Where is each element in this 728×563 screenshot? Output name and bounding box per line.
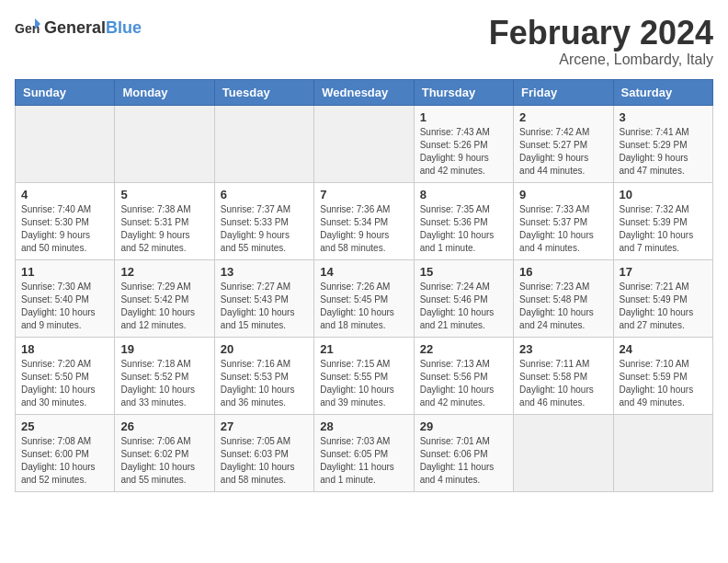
calendar-cell — [314, 105, 414, 182]
calendar-week-row: 25Sunrise: 7:08 AMSunset: 6:00 PMDayligh… — [16, 414, 713, 491]
day-info: Sunrise: 7:20 AMSunset: 5:50 PMDaylight:… — [21, 358, 108, 409]
weekday-header-monday: Monday — [115, 79, 214, 105]
weekday-header-sunday: Sunday — [16, 79, 115, 105]
day-number: 22 — [420, 342, 507, 356]
day-info: Sunrise: 7:10 AMSunset: 5:59 PMDaylight:… — [620, 358, 707, 409]
day-info: Sunrise: 7:01 AMSunset: 6:06 PMDaylight:… — [420, 435, 507, 487]
calendar-cell: 3Sunrise: 7:41 AMSunset: 5:29 PMDaylight… — [613, 105, 712, 182]
calendar-cell: 22Sunrise: 7:13 AMSunset: 5:56 PMDayligh… — [414, 337, 513, 414]
day-info: Sunrise: 7:41 AMSunset: 5:29 PMDaylight:… — [620, 126, 707, 178]
calendar-cell: 9Sunrise: 7:33 AMSunset: 5:37 PMDaylight… — [514, 182, 613, 259]
day-number: 10 — [620, 188, 707, 201]
calendar-cell — [613, 414, 712, 491]
day-info: Sunrise: 7:18 AMSunset: 5:52 PMDaylight:… — [120, 358, 208, 409]
day-info: Sunrise: 7:27 AMSunset: 5:43 PMDaylight:… — [221, 281, 308, 332]
calendar-cell — [16, 105, 115, 182]
calendar-cell: 18Sunrise: 7:20 AMSunset: 5:50 PMDayligh… — [16, 337, 115, 414]
day-info: Sunrise: 7:37 AMSunset: 5:33 PMDaylight:… — [221, 203, 308, 255]
logo: Gene GeneralBlue — [15, 15, 142, 40]
weekday-header-thursday: Thursday — [414, 79, 513, 105]
weekday-header-wednesday: Wednesday — [314, 79, 414, 105]
day-info: Sunrise: 7:43 AMSunset: 5:26 PMDaylight:… — [420, 126, 507, 178]
title-area: February 2024 Arcene, Lombardy, Italy — [489, 15, 713, 68]
day-number: 26 — [120, 419, 208, 433]
calendar-cell — [514, 414, 613, 491]
day-info: Sunrise: 7:35 AMSunset: 5:36 PMDaylight:… — [420, 203, 507, 255]
calendar-week-row: 4Sunrise: 7:40 AMSunset: 5:30 PMDaylight… — [16, 182, 713, 259]
calendar-cell: 10Sunrise: 7:32 AMSunset: 5:39 PMDayligh… — [613, 182, 712, 259]
logo-icon: Gene — [15, 15, 40, 40]
calendar-cell: 24Sunrise: 7:10 AMSunset: 5:59 PMDayligh… — [613, 337, 712, 414]
day-number: 17 — [620, 265, 707, 279]
weekday-header-row: SundayMondayTuesdayWednesdayThursdayFrid… — [16, 79, 713, 105]
day-number: 29 — [420, 419, 507, 433]
calendar-cell: 26Sunrise: 7:06 AMSunset: 6:02 PMDayligh… — [115, 414, 214, 491]
calendar-cell: 5Sunrise: 7:38 AMSunset: 5:31 PMDaylight… — [115, 182, 214, 259]
calendar-cell: 4Sunrise: 7:40 AMSunset: 5:30 PMDaylight… — [16, 182, 115, 259]
day-number: 2 — [519, 110, 607, 124]
weekday-header-tuesday: Tuesday — [214, 79, 313, 105]
day-info: Sunrise: 7:33 AMSunset: 5:37 PMDaylight:… — [519, 203, 607, 255]
calendar-cell: 25Sunrise: 7:08 AMSunset: 6:00 PMDayligh… — [16, 414, 115, 491]
page-header: Gene GeneralBlue February 2024 Arcene, L… — [15, 15, 713, 68]
day-number: 3 — [620, 110, 707, 124]
day-number: 4 — [21, 188, 108, 201]
day-number: 1 — [420, 110, 507, 124]
calendar-body: 1Sunrise: 7:43 AMSunset: 5:26 PMDaylight… — [16, 105, 713, 491]
day-number: 6 — [221, 188, 308, 201]
calendar-cell: 17Sunrise: 7:21 AMSunset: 5:49 PMDayligh… — [613, 259, 712, 337]
calendar-week-row: 18Sunrise: 7:20 AMSunset: 5:50 PMDayligh… — [16, 337, 713, 414]
calendar-cell: 11Sunrise: 7:30 AMSunset: 5:40 PMDayligh… — [16, 259, 115, 337]
calendar-cell: 13Sunrise: 7:27 AMSunset: 5:43 PMDayligh… — [214, 259, 313, 337]
calendar-cell: 14Sunrise: 7:26 AMSunset: 5:45 PMDayligh… — [314, 259, 414, 337]
day-info: Sunrise: 7:05 AMSunset: 6:03 PMDaylight:… — [221, 435, 308, 487]
logo-text-general: General — [44, 18, 106, 37]
day-number: 21 — [320, 342, 407, 356]
calendar-cell: 1Sunrise: 7:43 AMSunset: 5:26 PMDaylight… — [414, 105, 513, 182]
calendar-cell: 16Sunrise: 7:23 AMSunset: 5:48 PMDayligh… — [514, 259, 613, 337]
day-number: 28 — [320, 419, 407, 433]
day-number: 23 — [519, 342, 607, 356]
calendar-header: SundayMondayTuesdayWednesdayThursdayFrid… — [16, 79, 713, 105]
day-info: Sunrise: 7:40 AMSunset: 5:30 PMDaylight:… — [21, 203, 108, 255]
day-number: 13 — [221, 265, 308, 279]
day-number: 11 — [21, 265, 108, 279]
day-number: 16 — [519, 265, 607, 279]
calendar-cell: 27Sunrise: 7:05 AMSunset: 6:03 PMDayligh… — [214, 414, 313, 491]
calendar-cell: 8Sunrise: 7:35 AMSunset: 5:36 PMDaylight… — [414, 182, 513, 259]
day-info: Sunrise: 7:26 AMSunset: 5:45 PMDaylight:… — [320, 281, 407, 332]
calendar-cell: 15Sunrise: 7:24 AMSunset: 5:46 PMDayligh… — [414, 259, 513, 337]
day-number: 14 — [320, 265, 407, 279]
day-info: Sunrise: 7:21 AMSunset: 5:49 PMDaylight:… — [620, 281, 707, 332]
calendar-cell: 23Sunrise: 7:11 AMSunset: 5:58 PMDayligh… — [514, 337, 613, 414]
calendar-cell: 29Sunrise: 7:01 AMSunset: 6:06 PMDayligh… — [414, 414, 513, 491]
calendar-cell: 19Sunrise: 7:18 AMSunset: 5:52 PMDayligh… — [115, 337, 214, 414]
calendar-table: SundayMondayTuesdayWednesdayThursdayFrid… — [15, 79, 713, 492]
day-info: Sunrise: 7:24 AMSunset: 5:46 PMDaylight:… — [420, 281, 507, 332]
month-title: February 2024 — [489, 15, 713, 52]
day-number: 15 — [420, 265, 507, 279]
day-number: 9 — [519, 188, 607, 201]
day-info: Sunrise: 7:15 AMSunset: 5:55 PMDaylight:… — [320, 358, 407, 409]
calendar-cell — [115, 105, 214, 182]
day-info: Sunrise: 7:08 AMSunset: 6:00 PMDaylight:… — [21, 435, 108, 487]
day-number: 24 — [620, 342, 707, 356]
day-info: Sunrise: 7:30 AMSunset: 5:40 PMDaylight:… — [21, 281, 108, 332]
calendar-cell: 21Sunrise: 7:15 AMSunset: 5:55 PMDayligh… — [314, 337, 414, 414]
calendar-cell: 2Sunrise: 7:42 AMSunset: 5:27 PMDaylight… — [514, 105, 613, 182]
calendar-cell — [214, 105, 313, 182]
day-info: Sunrise: 7:03 AMSunset: 6:05 PMDaylight:… — [320, 435, 407, 487]
calendar-week-row: 1Sunrise: 7:43 AMSunset: 5:26 PMDaylight… — [16, 105, 713, 182]
day-info: Sunrise: 7:36 AMSunset: 5:34 PMDaylight:… — [320, 203, 407, 255]
day-number: 8 — [420, 188, 507, 201]
day-number: 27 — [221, 419, 308, 433]
day-info: Sunrise: 7:13 AMSunset: 5:56 PMDaylight:… — [420, 358, 507, 409]
day-number: 7 — [320, 188, 407, 201]
day-info: Sunrise: 7:06 AMSunset: 6:02 PMDaylight:… — [120, 435, 208, 487]
calendar-cell: 20Sunrise: 7:16 AMSunset: 5:53 PMDayligh… — [214, 337, 313, 414]
day-info: Sunrise: 7:29 AMSunset: 5:42 PMDaylight:… — [120, 281, 208, 332]
day-info: Sunrise: 7:42 AMSunset: 5:27 PMDaylight:… — [519, 126, 607, 178]
day-info: Sunrise: 7:38 AMSunset: 5:31 PMDaylight:… — [120, 203, 208, 255]
calendar-cell: 28Sunrise: 7:03 AMSunset: 6:05 PMDayligh… — [314, 414, 414, 491]
location-title: Arcene, Lombardy, Italy — [489, 52, 713, 68]
